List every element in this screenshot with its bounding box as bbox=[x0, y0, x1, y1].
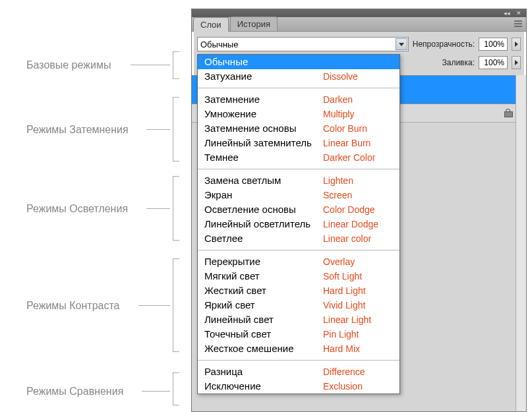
blend-mode-option[interactable]: Точечный светPin Light bbox=[198, 327, 399, 341]
blend-mode-option[interactable]: Обычные bbox=[198, 55, 399, 69]
option-label-en: Color Burn bbox=[323, 122, 367, 135]
option-label-ru: Затухание bbox=[204, 70, 323, 83]
label-lighten: Режимы Осветления bbox=[26, 203, 128, 215]
tab-layers[interactable]: Слои bbox=[193, 17, 229, 32]
option-label-en: Vivid Light bbox=[323, 299, 365, 312]
option-label-ru: Замена светлым bbox=[204, 174, 323, 187]
blend-mode-value: Обычные bbox=[200, 40, 238, 49]
tab-history[interactable]: История bbox=[230, 16, 278, 31]
option-label-en: Overlay bbox=[323, 255, 355, 268]
blend-mode-combo[interactable]: Обычные bbox=[197, 37, 409, 51]
blend-mode-option[interactable]: УмножениеMultiply bbox=[198, 107, 399, 121]
blend-mode-option[interactable]: Затемнение основыColor Burn bbox=[198, 121, 399, 136]
option-label-ru: Линейный осветлитель bbox=[204, 218, 323, 231]
dropdown-separator bbox=[198, 88, 399, 88]
lock-icon bbox=[504, 109, 512, 117]
blend-mode-dropdown[interactable]: ОбычныеЗатуханиеDissolveЗатемнениеDarken… bbox=[197, 54, 400, 394]
opacity-field[interactable]: 100% bbox=[479, 38, 508, 51]
option-label-en: Screen bbox=[323, 189, 352, 202]
blend-mode-option[interactable]: Линейный осветлительLinear Dodge bbox=[198, 217, 399, 231]
fill-field[interactable]: 100% bbox=[479, 56, 508, 69]
option-label-en: Linear Burn bbox=[323, 136, 370, 150]
option-label-ru: Линейный свет bbox=[204, 313, 323, 326]
option-label-en: Difference bbox=[323, 365, 365, 378]
option-label-ru: Линейный затемнитель bbox=[204, 136, 323, 150]
option-label-ru: Темнее bbox=[204, 151, 323, 164]
blend-mode-option[interactable]: Жесткий светHard Light bbox=[198, 283, 399, 298]
option-label-ru: Осветление основы bbox=[204, 203, 323, 216]
panel-menu-icon[interactable] bbox=[513, 19, 523, 28]
blend-mode-option[interactable]: ИсключениеExclusion bbox=[198, 379, 399, 394]
option-label-ru: Затемнение основы bbox=[204, 122, 323, 135]
option-label-en: Darker Color bbox=[323, 151, 375, 164]
blend-mode-option[interactable]: СветлееLinear color bbox=[198, 231, 399, 246]
blend-mode-option[interactable]: Замена светлымLighten bbox=[198, 173, 399, 188]
option-label-en: Darken bbox=[323, 93, 353, 106]
blend-mode-option[interactable]: Яркий светVivid Light bbox=[198, 298, 399, 312]
chevron-down-icon[interactable] bbox=[396, 38, 407, 50]
blend-mode-option[interactable]: Мягкий светSoft Light bbox=[198, 269, 399, 283]
close-icon[interactable]: ✕ bbox=[514, 10, 523, 16]
option-label-en: Exclusion bbox=[323, 380, 363, 393]
option-label-ru: Точечный свет bbox=[204, 328, 323, 341]
option-label-en: Multiply bbox=[323, 107, 354, 121]
option-label-ru: Экран bbox=[204, 189, 323, 202]
blend-mode-option[interactable]: Линейный светLinear Light bbox=[198, 312, 399, 327]
vertical-scrollbar[interactable] bbox=[516, 75, 526, 411]
blend-mode-option[interactable]: РазницаDifference bbox=[198, 365, 399, 379]
label-contrast: Режимы Контраста bbox=[26, 300, 120, 312]
option-label-en: Pin Light bbox=[323, 328, 359, 341]
option-label-ru: Умножение bbox=[204, 107, 323, 121]
blend-mode-option[interactable]: Жесткое смешениеHard Mix bbox=[198, 341, 399, 356]
option-label-en: Dissolve bbox=[323, 70, 358, 83]
layers-panel: ◂◂ ✕ Слои История Обычные Непрозрачность… bbox=[191, 9, 527, 412]
option-label-en: Soft Light bbox=[323, 270, 362, 283]
option-label-en: Linear Light bbox=[323, 313, 371, 326]
option-label-ru: Жесткий свет bbox=[204, 284, 323, 297]
label-compare: Режимы Сравнения bbox=[26, 386, 123, 397]
blend-mode-option[interactable]: ЭкранScreen bbox=[198, 188, 399, 202]
blend-mode-option[interactable]: ЗатемнениеDarken bbox=[198, 92, 399, 107]
option-label-en: Hard Light bbox=[323, 284, 366, 297]
option-label-ru: Яркий свет bbox=[204, 299, 323, 312]
opacity-arrow-icon[interactable] bbox=[512, 38, 521, 51]
option-label-ru: Жесткое смешение bbox=[204, 342, 323, 355]
option-label-ru: Затемнение bbox=[204, 93, 323, 106]
dropdown-separator bbox=[198, 360, 399, 361]
option-label-en: Lighten bbox=[323, 174, 353, 187]
label-darken: Режимы Затемнения bbox=[26, 124, 129, 136]
blend-mode-option[interactable]: ПерекрытиеOverlay bbox=[198, 254, 399, 269]
blend-mode-option[interactable]: Осветление основыColor Dodge bbox=[198, 202, 399, 217]
opacity-label: Непрозрачность: bbox=[413, 40, 475, 49]
option-label-ru: Перекрытие bbox=[204, 255, 323, 268]
option-label-ru: Мягкий свет bbox=[204, 270, 323, 283]
blend-mode-option[interactable]: Линейный затемнительLinear Burn bbox=[198, 136, 399, 150]
option-label-ru: Светлее bbox=[204, 232, 323, 245]
option-label-en: Linear Dodge bbox=[323, 218, 378, 231]
option-label-en: Color Dodge bbox=[323, 203, 375, 216]
option-label-ru: Исключение bbox=[204, 380, 323, 393]
dropdown-separator bbox=[198, 169, 399, 169]
blend-mode-option[interactable]: ТемнееDarker Color bbox=[198, 150, 399, 165]
option-label-ru: Обычные bbox=[204, 55, 323, 69]
option-label-ru: Разница bbox=[204, 365, 323, 378]
fill-arrow-icon[interactable] bbox=[512, 56, 521, 69]
dropdown-separator bbox=[198, 250, 399, 250]
option-label-en: Hard Mix bbox=[323, 342, 360, 355]
fill-label: Заливка: bbox=[442, 58, 475, 67]
panel-tabs: Слои История bbox=[192, 17, 526, 32]
option-label-en: Linear color bbox=[323, 232, 371, 245]
blend-mode-option[interactable]: ЗатуханиеDissolve bbox=[198, 69, 399, 84]
label-basic: Базовые режимы bbox=[26, 59, 111, 71]
collapse-icon[interactable]: ◂◂ bbox=[502, 10, 512, 16]
